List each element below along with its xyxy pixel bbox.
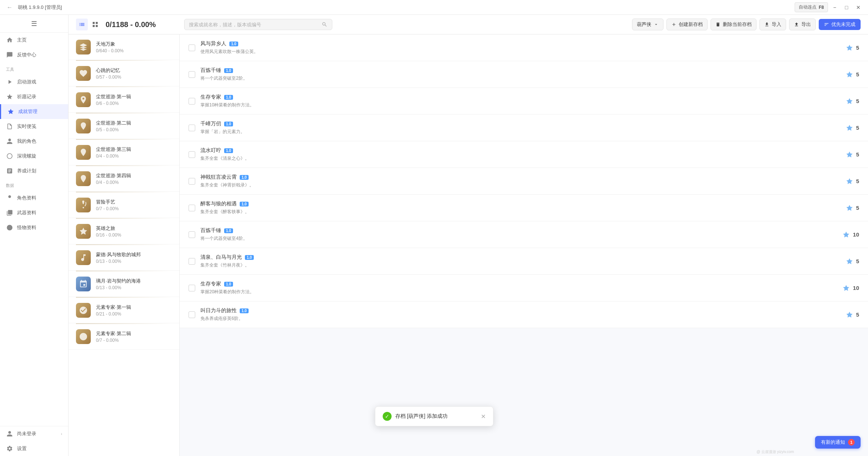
list-item[interactable]: 尘世巡游·第三辑 0/4 - 0.00% — [69, 140, 179, 165]
achievement-checkbox-9[interactable] — [189, 285, 195, 291]
crystal-icon-8 — [846, 258, 853, 265]
achievement-info-6: 醉客与狼的相遇 1.0 集齐全套《醉客轶事》。 — [200, 201, 841, 215]
priority-button[interactable]: 优先未完成 — [819, 19, 861, 30]
achievement-checkbox-7[interactable] — [189, 231, 195, 238]
list-item[interactable]: 尘世巡游·第二辑 0/5 - 0.00% — [69, 113, 179, 139]
achievement-checkbox-5[interactable] — [189, 178, 195, 185]
search-box[interactable] — [184, 19, 332, 30]
auto-connect-label: 自动连点 — [799, 4, 817, 10]
sidebar-item-abyss[interactable]: 深境螺旋 — [0, 149, 68, 163]
category-name: 心跳的记忆 — [96, 67, 172, 74]
import-button[interactable]: 导入 — [759, 19, 786, 30]
achievement-checkbox-2[interactable] — [189, 98, 195, 105]
sidebar-item-realtime[interactable]: 实时便笺 — [0, 119, 68, 134]
wish-icon — [6, 93, 13, 100]
crystal-count-4: 5 — [856, 151, 859, 158]
maximize-button[interactable]: □ — [841, 2, 852, 13]
sidebar-item-char-data[interactable]: 角色资料 — [0, 191, 68, 205]
achievement-checkbox-6[interactable] — [189, 205, 195, 211]
priority-label: 优先未完成 — [831, 21, 855, 28]
list-item[interactable]: 璃月·岩与契约的海港 0/13 - 0.00% — [69, 271, 179, 297]
save-selector[interactable]: 葫芦侠 — [632, 19, 664, 30]
list-item[interactable]: 元素专家·第一辑 0/21 - 0.00% — [69, 298, 179, 323]
achievement-checkbox-10[interactable] — [189, 311, 195, 318]
menu-icon[interactable]: ☰ — [31, 20, 37, 28]
list-item[interactable]: 尘世巡游·第四辑 0/4 - 0.00% — [69, 166, 179, 192]
crystal-count-3: 5 — [856, 125, 859, 131]
close-button[interactable]: ✕ — [853, 2, 864, 13]
category-name: 天地万象 — [96, 41, 172, 47]
category-icon-liyue — [76, 277, 91, 291]
feedback-icon — [6, 51, 13, 59]
crystal-icon-4 — [846, 151, 853, 158]
list-item[interactable]: 心跳的记忆 0/57 - 0.00% — [69, 61, 179, 86]
list-item[interactable]: 冒险手艺 0/7 - 0.00% — [69, 192, 179, 218]
list-item[interactable]: 天地万象 0/640 - 0.00% — [69, 34, 179, 60]
achievement-checkbox-1[interactable] — [189, 71, 195, 78]
sidebar-item-launch[interactable]: 启动游戏 — [0, 75, 68, 89]
back-button[interactable]: ← — [4, 2, 15, 13]
app-window: ← 胡桃 1.9.9.0 [管理员] 自动连点 F8 − □ ✕ ☰ — [0, 0, 868, 456]
notification-button[interactable]: 有新的通知 1 — [815, 436, 861, 449]
sidebar-item-feedback[interactable]: 反馈中心 — [0, 47, 68, 62]
sidebar-item-user[interactable]: 尚未登录 › — [0, 426, 68, 441]
sidebar-item-wish-label: 祈愿记录 — [17, 93, 36, 100]
mychar-icon — [6, 138, 13, 145]
achievement-right-9: 10 — [842, 284, 859, 292]
sidebar-item-achievement-label: 成就管理 — [18, 108, 37, 115]
sidebar-item-weapon-data[interactable]: 武器资料 — [0, 205, 68, 220]
search-input[interactable] — [189, 22, 319, 27]
achievement-checkbox-0[interactable] — [189, 44, 195, 51]
delete-save-button[interactable]: 删除当前存档 — [711, 19, 756, 30]
list-item[interactable]: 尘世巡游·第一辑 0/6 - 0.00% — [69, 87, 179, 113]
version-badge-4: 1.0 — [224, 148, 233, 153]
list-item[interactable]: 元素专家·第二辑 0/7 - 0.00% — [69, 324, 179, 350]
achievement-checkbox-8[interactable] — [189, 258, 195, 265]
category-info-mengde: 蒙德·风与牧歌的城邦 0/13 - 0.00% — [96, 251, 172, 264]
export-button[interactable]: 导出 — [789, 19, 816, 30]
auto-connect-button[interactable]: 自动连点 F8 — [795, 2, 828, 12]
version-badge-10: 1.0 — [240, 308, 249, 313]
achievement-panel: 风与异乡人 1.0 使用风元素吹散一株蒲公英。 5 — [180, 34, 868, 456]
sidebar-item-char-data-label: 角色资料 — [17, 195, 36, 201]
crystal-count-9: 10 — [853, 285, 859, 291]
list-item[interactable]: 蒙德·风与牧歌的城邦 0/13 - 0.00% — [69, 245, 179, 271]
list-view-button[interactable] — [76, 19, 88, 30]
category-info-chenshi1: 尘世巡游·第一辑 0/6 - 0.00% — [96, 93, 172, 106]
table-row: 风与异乡人 1.0 使用风元素吹散一株蒲公英。 5 — [180, 34, 868, 61]
category-progress: 0/4 - 0.00% — [96, 180, 172, 185]
crystal-icon-1 — [846, 71, 853, 78]
achievement-name-8: 清泉、白马与月光 — [200, 254, 242, 261]
sort-icon — [824, 22, 829, 27]
sidebar-item-cultivation[interactable]: 养成计划 — [0, 163, 68, 178]
create-save-button[interactable]: 创建新存档 — [666, 19, 708, 30]
achievement-title-row-5: 神戟狂言凌云霄 1.0 — [200, 174, 841, 181]
table-row: 神戟狂言凌云霄 1.0 集齐全套《神霄折戟录》。 5 — [180, 168, 868, 195]
achievement-checkbox-3[interactable] — [189, 125, 195, 131]
crystal-count-8: 5 — [856, 258, 859, 264]
minimize-button[interactable]: − — [829, 2, 840, 13]
achievement-name-5: 神戟狂言凌云霄 — [200, 174, 237, 181]
achievement-info-2: 生存专家 1.0 掌握10种菜肴的制作方法。 — [200, 94, 841, 108]
achievement-checkbox-4[interactable] — [189, 151, 195, 158]
list-item[interactable]: 英雄之旅 0/16 - 0.00% — [69, 219, 179, 244]
grid-view-button[interactable] — [89, 19, 101, 30]
achievement-info-10: 叫日力斗的旅性 1.0 免杀养成疮疹英6阶。 — [200, 307, 841, 322]
sidebar-item-home[interactable]: 主页 — [0, 33, 68, 47]
table-row: 叫日力斗的旅性 1.0 免杀养成疮疹英6阶。 5 — [180, 301, 868, 328]
monster-data-icon — [6, 224, 13, 231]
app-title: 胡桃 1.9.9.0 [管理员] — [18, 4, 62, 11]
achievement-right-3: 5 — [846, 124, 859, 132]
category-info-chenshi4: 尘世巡游·第四辑 0/4 - 0.00% — [96, 172, 172, 185]
achievement-title-row-3: 千嶂万仞 1.0 — [200, 120, 841, 127]
sidebar-item-monster-data[interactable]: 怪物资料 — [0, 220, 68, 235]
achievement-name-1: 百炼千锤 — [200, 67, 221, 74]
category-info-yuansu1: 元素专家·第一辑 0/21 - 0.00% — [96, 304, 172, 317]
import-label: 导入 — [772, 21, 781, 28]
toast-close-button[interactable]: ✕ — [481, 413, 486, 420]
sidebar-item-achievement[interactable]: 成就管理 — [0, 104, 68, 119]
sidebar-item-mychar[interactable]: 我的角色 — [0, 134, 68, 149]
sidebar-item-wish[interactable]: 祈愿记录 — [0, 89, 68, 104]
sidebar-item-home-label: 主页 — [17, 37, 27, 43]
sidebar-item-settings[interactable]: 设置 — [0, 441, 68, 456]
